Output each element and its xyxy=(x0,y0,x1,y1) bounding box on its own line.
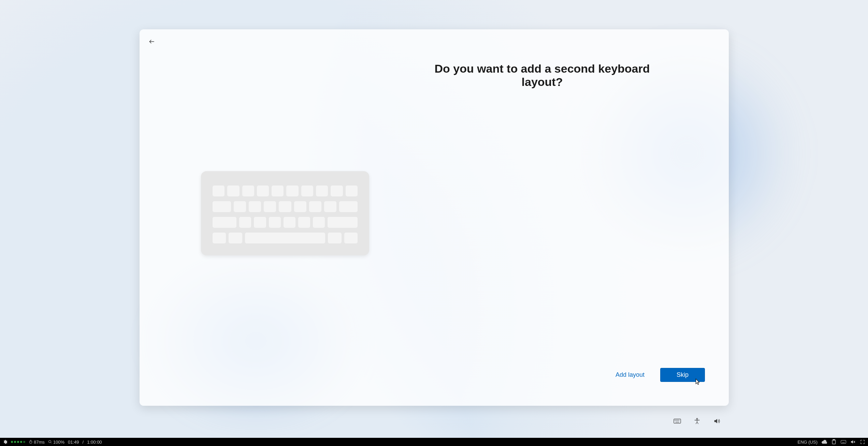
keyboard-key xyxy=(279,201,291,212)
keyboard-row xyxy=(213,201,358,212)
svg-point-6 xyxy=(679,420,679,420)
svg-marker-8 xyxy=(714,419,717,423)
keyboard-key xyxy=(346,185,358,196)
settings-button[interactable] xyxy=(3,440,8,444)
svg-rect-15 xyxy=(833,440,835,441)
keyboard-key xyxy=(328,217,358,228)
svg-rect-1 xyxy=(674,419,681,423)
mute-button[interactable] xyxy=(850,439,856,445)
keyboard-key xyxy=(229,233,242,243)
signal-dot-icon xyxy=(14,441,16,443)
keyboard-row xyxy=(213,233,358,243)
keyboard-key xyxy=(309,201,321,212)
signal-dot-icon xyxy=(11,441,13,443)
svg-marker-18 xyxy=(851,440,853,443)
keyboard-icon xyxy=(841,440,846,444)
keyboard-key xyxy=(298,217,310,228)
svg-point-7 xyxy=(696,418,698,420)
keyboard-illustration xyxy=(201,171,369,255)
keyboard-key xyxy=(239,217,251,228)
fullscreen-button[interactable] xyxy=(860,439,865,445)
oobe-utility-row xyxy=(673,417,721,426)
latency-indicator: 87ms xyxy=(29,440,45,445)
status-right-group: ENG (US) xyxy=(798,439,866,445)
signal-dot-icon xyxy=(23,441,25,443)
keyboard-key xyxy=(213,217,236,228)
keyboard-key xyxy=(301,185,313,196)
volume-mute-icon xyxy=(850,439,856,445)
accessibility-button[interactable] xyxy=(693,417,701,426)
keyboard-key xyxy=(264,201,276,212)
volume-icon xyxy=(713,417,721,425)
zoom-indicator[interactable]: 100% xyxy=(48,440,64,445)
add-layout-button[interactable]: Add layout xyxy=(609,368,651,382)
accessibility-icon xyxy=(693,417,701,425)
page-title: Do you want to add a second keyboard lay… xyxy=(433,62,651,89)
status-left-group: 87ms 100% 01:49 / 1:00:00 xyxy=(3,440,102,445)
svg-line-13 xyxy=(50,443,52,444)
keyboard-key xyxy=(234,201,246,212)
keyboard-key xyxy=(227,185,239,196)
guest-screen-viewport: Do you want to add a second keyboard lay… xyxy=(0,0,868,446)
elapsed-time: 01:49 xyxy=(68,440,79,445)
keyboard-key xyxy=(344,233,358,243)
keyboard-key xyxy=(286,185,298,196)
back-button[interactable] xyxy=(146,35,158,48)
time-separator: / xyxy=(83,440,84,445)
volume-button[interactable] xyxy=(712,417,721,426)
cloud-button[interactable] xyxy=(822,439,827,445)
svg-point-3 xyxy=(675,420,675,420)
keyboard-key xyxy=(249,201,261,212)
stopwatch-icon xyxy=(29,440,33,444)
total-time: 1:00:00 xyxy=(87,440,102,445)
keyboard-row xyxy=(213,217,358,228)
keyboard-spacebar xyxy=(245,233,326,243)
viewer-status-bar: 87ms 100% 01:49 / 1:00:00 ENG (US) xyxy=(0,438,868,446)
zoom-value: 100% xyxy=(53,440,64,445)
clipboard-icon xyxy=(831,439,836,445)
keyboard-key xyxy=(257,185,269,196)
keyboard-key xyxy=(331,185,343,196)
keyboard-key xyxy=(313,217,325,228)
keyboard-key xyxy=(269,217,281,228)
cloud-icon xyxy=(822,440,827,444)
svg-point-12 xyxy=(48,441,51,443)
keyboard-key xyxy=(316,185,328,196)
keyboard-key xyxy=(324,201,336,212)
keyboard-key xyxy=(284,217,295,228)
keyboard-row xyxy=(213,185,358,196)
dialog-actions: Add layout Skip xyxy=(609,368,705,382)
fullscreen-icon xyxy=(860,440,865,444)
keyboard-key xyxy=(213,185,225,196)
signal-dot-icon xyxy=(20,441,22,443)
keyboard-key xyxy=(213,233,226,243)
language-indicator[interactable]: ENG (US) xyxy=(798,440,818,445)
keyboard-key xyxy=(328,233,341,243)
magnifier-icon xyxy=(48,440,52,444)
svg-point-4 xyxy=(676,420,677,420)
keyboard-tray-button[interactable] xyxy=(841,439,846,445)
keyboard-icon xyxy=(674,418,681,424)
virtual-keyboard-button[interactable] xyxy=(673,417,682,426)
clipboard-button[interactable] xyxy=(831,439,837,445)
keyboard-key xyxy=(254,217,266,228)
signal-dot-icon xyxy=(17,441,19,443)
arrow-left-icon xyxy=(148,38,155,45)
keyboard-key xyxy=(294,201,306,212)
keyboard-key xyxy=(272,185,284,196)
gear-icon xyxy=(3,440,8,444)
connection-dots xyxy=(11,441,25,443)
svg-point-5 xyxy=(677,420,678,420)
keyboard-key xyxy=(242,185,254,196)
latency-value: 87ms xyxy=(34,440,45,445)
skip-button[interactable]: Skip xyxy=(660,368,705,382)
svg-rect-16 xyxy=(841,440,846,443)
keyboard-key xyxy=(213,201,231,212)
keyboard-key xyxy=(339,201,358,212)
oobe-window: Do you want to add a second keyboard lay… xyxy=(140,29,729,406)
